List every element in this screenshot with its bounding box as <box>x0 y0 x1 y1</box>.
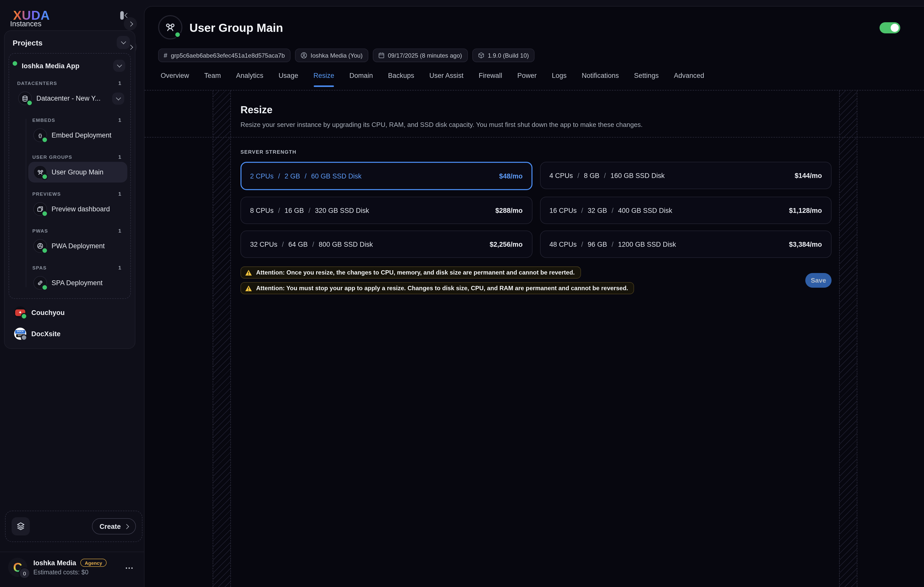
plan-price: $288/mo <box>495 207 523 214</box>
plan-option-8cpu[interactable]: 8 CPUs/16 GB/320 GB SSD Disk $288/mo <box>241 197 532 224</box>
tree-item-spa-deployment[interactable]: SPA Deployment <box>28 273 127 293</box>
projects-panel: Projects Ioshka Media App DATACENTERS 1 <box>4 30 135 349</box>
owner-value: Ioshka Media (You) <box>311 52 363 59</box>
tab-notifications[interactable]: Notifications <box>582 72 619 87</box>
plan-ram: 2 GB <box>285 172 300 180</box>
date-badge[interactable]: 09/17/2025 (8 minutes ago) <box>373 48 467 62</box>
app-root: XUDA Projects Ioshka Media App DATACENTE… <box>0 0 924 587</box>
project-row-couchyou[interactable]: ✦ Couchyou <box>5 302 135 323</box>
section-count: 1 <box>118 265 121 271</box>
plan-option-32cpu[interactable]: 32 CPUs/64 GB/800 GB SSD Disk $2,256/mo <box>241 231 532 258</box>
package-icon <box>478 52 484 59</box>
tree-item-embed-deployment[interactable]: {} Embed Deployment <box>28 125 127 146</box>
users-icon <box>33 165 47 179</box>
warning-list: Attention: Once you resize, the changes … <box>241 266 634 294</box>
plan-price: $3,384/mo <box>789 240 822 248</box>
owner-badge[interactable]: Ioshka Media (You) <box>295 48 368 62</box>
tab-resize[interactable]: Resize <box>314 72 335 87</box>
tab-domain[interactable]: Domain <box>349 72 373 87</box>
hash-icon: # <box>164 51 167 59</box>
tab-analytics[interactable]: Analytics <box>236 72 264 87</box>
project-collapse-button[interactable] <box>113 60 125 72</box>
status-dot <box>174 31 181 38</box>
section-count: 1 <box>118 80 121 86</box>
plan-grid: 2 CPUs/2 GB/60 GB SSD Disk $48/mo 4 CPUs… <box>241 162 832 258</box>
version-badge[interactable]: 1.9.0 (Build 10) <box>472 48 535 62</box>
create-button[interactable]: Create <box>92 518 136 534</box>
tree-item-label: Preview dashboard <box>51 205 124 213</box>
section-count: 1 <box>118 154 121 160</box>
account-menu-button[interactable]: ••• <box>125 565 134 571</box>
avatar[interactable]: C 0 <box>8 558 27 577</box>
plan-disk: 60 GB SSD Disk <box>311 172 362 180</box>
hatch-band-left <box>213 91 231 587</box>
separator: / <box>581 240 583 248</box>
plan-disk: 800 GB SSD Disk <box>319 240 373 248</box>
tab-user-assist[interactable]: User Assist <box>429 72 464 87</box>
group-id-value: grp5c6aeb6abe63efec451a1e8d575aca7b <box>171 52 285 59</box>
project-row-docxsite[interactable]: DOCXSITE DocXsite <box>5 323 135 344</box>
plan-option-2cpu[interactable]: 2 CPUs/2 GB/60 GB SSD Disk $48/mo <box>241 162 532 190</box>
tab-power[interactable]: Power <box>517 72 537 87</box>
section-pwas: PWAS 1 <box>32 228 121 233</box>
link-icon <box>33 276 47 290</box>
sidebar-collapse-button[interactable] <box>120 11 129 20</box>
actions-row: Attention: Once you resize, the changes … <box>241 266 832 294</box>
plan-cpu: 2 CPUs <box>250 172 274 180</box>
tab-usage[interactable]: Usage <box>279 72 298 87</box>
tab-firewall[interactable]: Firewall <box>478 72 502 87</box>
group-id-badge[interactable]: # grp5c6aeb6abe63efec451a1e8d575aca7b <box>158 48 290 62</box>
section-count: 1 <box>118 117 121 123</box>
tree-item-label: User Group Main <box>51 169 124 176</box>
plan-disk: 160 GB SSD Disk <box>610 172 665 179</box>
separator: / <box>278 207 280 214</box>
plan-option-16cpu[interactable]: 16 CPUs/32 GB/400 GB SSD Disk $1,128/mo <box>540 197 832 224</box>
plan-ram: 96 GB <box>588 240 607 248</box>
save-button[interactable]: Save <box>805 273 832 288</box>
tree-item-user-group-main[interactable]: User Group Main <box>28 162 127 182</box>
chevron-right-icon <box>124 524 129 529</box>
plan-disk: 400 GB SSD Disk <box>618 207 672 214</box>
account-footer: C 0 Ioshka Media Agency Estimated costs:… <box>0 552 144 587</box>
meta-badges: # grp5c6aeb6abe63efec451a1e8d575aca7b Io… <box>158 48 535 62</box>
toggle-knob <box>891 24 899 32</box>
separator: / <box>578 172 579 179</box>
warning-permanent: Attention: Once you resize, the changes … <box>241 266 581 279</box>
tree-item-pwa-deployment[interactable]: PWA Deployment <box>28 236 127 256</box>
project-row-ioshka-media-app[interactable]: Ioshka Media App <box>12 57 127 75</box>
chevron-down-icon <box>116 95 121 100</box>
docxsite-logo-icon: DOCXSITE <box>14 327 26 340</box>
section-label: EMBEDS <box>32 117 55 122</box>
warning-stop-app: Attention: You must stop your app to app… <box>241 282 634 294</box>
tab-bar: Overview Team Analytics Usage Resize Dom… <box>161 72 704 87</box>
warning-text: Attention: You must stop your app to app… <box>256 284 628 292</box>
account-name: Ioshka Media <box>33 559 76 567</box>
tree-item-label: PWA Deployment <box>51 242 124 250</box>
datacenter-collapse-button[interactable] <box>112 92 124 104</box>
tab-logs[interactable]: Logs <box>552 72 567 87</box>
tab-settings[interactable]: Settings <box>634 72 659 87</box>
plan-price: $48/mo <box>499 172 523 180</box>
plan-price: $2,256/mo <box>490 240 523 248</box>
tab-backups[interactable]: Backups <box>388 72 414 87</box>
windows-icon <box>33 202 47 216</box>
section-label: USER GROUPS <box>32 154 72 160</box>
tab-overview[interactable]: Overview <box>161 72 189 87</box>
section-description: Resize your server instance by upgrading… <box>241 121 832 129</box>
section-previews: PREVIEWS 1 <box>32 190 121 197</box>
plan-option-4cpu[interactable]: 4 CPUs/8 GB/160 GB SSD Disk $144/mo <box>540 162 832 189</box>
tab-team[interactable]: Team <box>205 72 221 87</box>
power-toggle[interactable] <box>879 22 900 33</box>
section-label: DATACENTERS <box>17 80 57 86</box>
plan-cpu: 48 CPUs <box>549 240 577 248</box>
tree-item-preview-dashboard[interactable]: Preview dashboard <box>28 199 127 220</box>
tab-advanced[interactable]: Advanced <box>674 72 704 87</box>
separator: / <box>612 240 614 248</box>
section-title: Resize <box>241 104 832 116</box>
calendar-icon <box>378 52 384 59</box>
page-title: User Group Main <box>190 21 283 35</box>
plan-option-48cpu[interactable]: 48 CPUs/96 GB/1200 GB SSD Disk $3,384/mo <box>540 231 832 258</box>
tree-item-datacenter[interactable]: Datacenter - New Y... <box>12 88 127 109</box>
project-name: DocXsite <box>31 330 61 337</box>
plan-disk: 1200 GB SSD Disk <box>618 240 676 248</box>
